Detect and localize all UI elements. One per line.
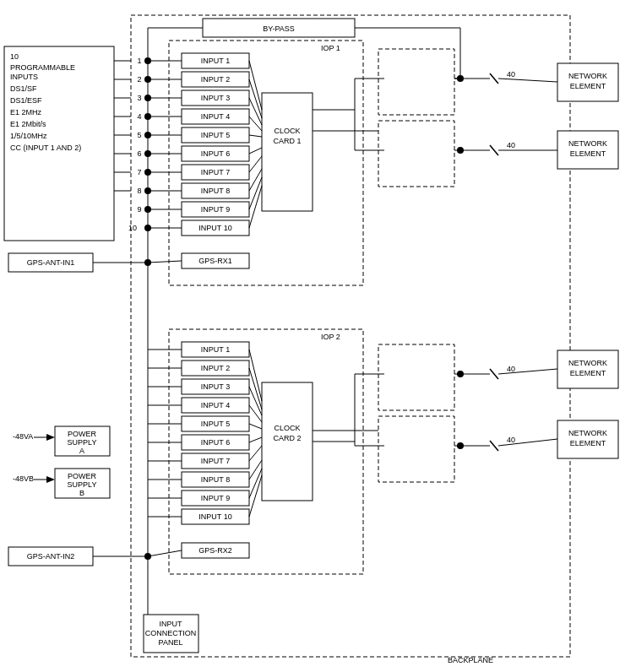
svg-text:INPUT 4: INPUT 4 [201, 401, 230, 409]
diagram-container: text { font-family: Arial, sans-serif; f… [0, 0, 636, 672]
svg-text:INPUT: INPUT [160, 620, 183, 628]
svg-point-105 [457, 371, 464, 377]
svg-text:NETWORK: NETWORK [568, 359, 607, 367]
svg-text:10: 10 [10, 52, 19, 61]
backplane-label: BACKPLANE [448, 656, 493, 664]
svg-text:E1 2Mbit/s: E1 2Mbit/s [10, 120, 46, 128]
svg-text:5: 5 [137, 131, 141, 139]
svg-text:INPUT 6: INPUT 6 [201, 438, 230, 447]
svg-text:INPUTS: INPUTS [10, 73, 38, 81]
svg-text:E1 2MHz: E1 2MHz [10, 108, 42, 117]
svg-rect-78 [378, 49, 454, 115]
svg-rect-79 [378, 121, 454, 187]
svg-text:INPUT 8: INPUT 8 [201, 475, 230, 484]
svg-text:INPUT 7: INPUT 7 [201, 168, 230, 176]
svg-text:-48VB: -48VB [13, 474, 34, 483]
svg-marker-224 [46, 476, 55, 483]
svg-text:6: 6 [137, 149, 141, 158]
svg-text:3: 3 [137, 94, 141, 102]
svg-text:INPUT 2: INPUT 2 [201, 75, 230, 84]
svg-text:INPUT 1: INPUT 1 [201, 345, 230, 354]
svg-text:4: 4 [137, 112, 141, 121]
svg-text:ELEMENT: ELEMENT [570, 369, 606, 377]
svg-text:NETWORK: NETWORK [568, 429, 607, 437]
svg-text:INPUT 2: INPUT 2 [201, 364, 230, 372]
svg-text:INPUT 3: INPUT 3 [201, 94, 230, 102]
svg-point-110 [457, 442, 464, 449]
svg-text:1: 1 [137, 57, 141, 65]
svg-text:7: 7 [137, 168, 141, 176]
svg-point-100 [457, 147, 464, 154]
svg-text:INPUT 6: INPUT 6 [201, 149, 230, 158]
svg-rect-26 [262, 93, 313, 211]
svg-text:NETWORK: NETWORK [568, 72, 607, 80]
iop2-label: IOP 2 [321, 333, 340, 341]
svg-text:INPUT 4: INPUT 4 [201, 112, 230, 121]
svg-text:CONNECTION: CONNECTION [145, 629, 197, 637]
svg-text:INPUT 5: INPUT 5 [201, 420, 230, 428]
svg-text:CLOCK: CLOCK [274, 127, 300, 135]
svg-text:PROGRAMMABLE: PROGRAMMABLE [10, 63, 75, 72]
svg-marker-217 [46, 434, 55, 441]
svg-text:INPUT 7: INPUT 7 [201, 457, 230, 465]
svg-text:INPUT 8: INPUT 8 [201, 187, 230, 195]
svg-text:DS1/SF: DS1/SF [10, 84, 37, 93]
svg-text:SUPPLY: SUPPLY [68, 438, 97, 447]
svg-text:POWER: POWER [68, 472, 97, 480]
svg-text:10: 10 [128, 224, 137, 232]
svg-text:INPUT 1: INPUT 1 [201, 57, 230, 65]
svg-text:INPUT 9: INPUT 9 [201, 205, 230, 214]
svg-text:CC (INPUT 1 AND 2): CC (INPUT 1 AND 2) [10, 144, 81, 152]
svg-text:DS1/ESF: DS1/ESF [10, 96, 42, 105]
svg-text:INPUT 10: INPUT 10 [198, 224, 231, 232]
svg-text:8: 8 [137, 187, 141, 195]
svg-text:NETWORK: NETWORK [568, 139, 607, 148]
svg-text:ELEMENT: ELEMENT [570, 439, 606, 447]
svg-text:CLOCK: CLOCK [274, 424, 300, 432]
svg-text:40: 40 [507, 365, 515, 373]
svg-text:2: 2 [137, 75, 141, 84]
svg-text:CARD 1: CARD 1 [273, 137, 301, 145]
svg-text:INPUT 10: INPUT 10 [198, 512, 231, 521]
svg-text:INPUT 5: INPUT 5 [201, 131, 230, 139]
svg-text:40: 40 [507, 436, 515, 444]
svg-text:POWER: POWER [68, 430, 97, 438]
iop1-label: IOP 1 [321, 44, 340, 52]
svg-text:40: 40 [507, 141, 515, 149]
svg-text:SUPPLY: SUPPLY [68, 480, 97, 489]
svg-text:INPUT 3: INPUT 3 [201, 382, 230, 391]
svg-text:1/5/10MHz: 1/5/10MHz [10, 132, 47, 140]
svg-text:GPS-ANT-IN1: GPS-ANT-IN1 [27, 258, 75, 267]
svg-rect-81 [378, 416, 454, 482]
svg-text:40: 40 [507, 70, 515, 79]
svg-text:GPS-RX1: GPS-RX1 [198, 257, 232, 265]
svg-text:GPS-RX2: GPS-RX2 [198, 546, 232, 555]
svg-text:CARD 2: CARD 2 [273, 434, 301, 442]
svg-text:B: B [79, 489, 84, 497]
svg-text:GPS-ANT-IN2: GPS-ANT-IN2 [27, 552, 75, 561]
svg-text:INPUT 9: INPUT 9 [201, 494, 230, 502]
svg-text:9: 9 [137, 205, 141, 214]
bypass-label: BY-PASS [263, 24, 295, 33]
svg-text:ELEMENT: ELEMENT [570, 82, 606, 90]
svg-text:-48VA: -48VA [13, 432, 33, 441]
svg-text:PANEL: PANEL [159, 638, 183, 647]
svg-text:ELEMENT: ELEMENT [570, 149, 606, 158]
svg-rect-80 [378, 344, 454, 410]
svg-text:A: A [79, 447, 84, 455]
